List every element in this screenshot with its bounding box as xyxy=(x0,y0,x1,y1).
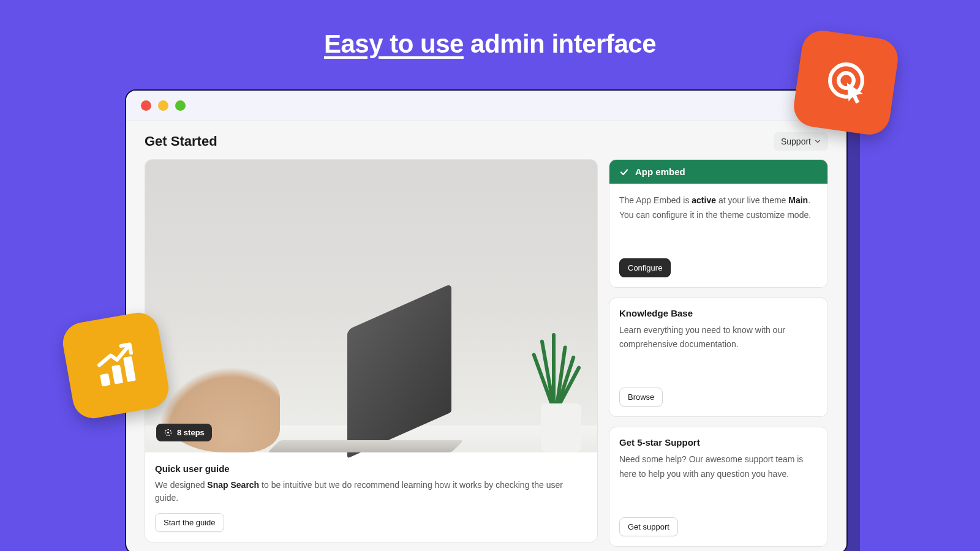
page-title: Get Started xyxy=(145,133,217,149)
check-icon xyxy=(619,167,629,177)
support-dropdown[interactable]: Support xyxy=(774,132,828,151)
browse-button[interactable]: Browse xyxy=(619,388,663,407)
product-name: Snap Search xyxy=(207,480,259,490)
knowledge-base-card: Knowledge Base Learn everything you need… xyxy=(609,298,828,418)
steps-badge: 8 steps xyxy=(156,424,212,441)
content-grid: 8 steps Quick user guide We designed Sna… xyxy=(126,159,846,551)
cursor-badge-icon xyxy=(791,28,900,137)
support-description: Need some help? Our awesome support team… xyxy=(619,452,818,482)
maximize-icon[interactable] xyxy=(175,100,186,111)
analytics-badge-icon xyxy=(59,309,172,421)
guide-hero-image: 8 steps xyxy=(145,160,597,452)
app-embed-card: App embed The App Embed is active at you… xyxy=(609,159,828,288)
main-column: 8 steps Quick user guide We designed Sna… xyxy=(145,159,598,547)
svg-rect-4 xyxy=(100,373,110,387)
guide-title: Quick user guide xyxy=(155,463,587,474)
support-card: Get 5-star Support Need some help? Our a… xyxy=(609,427,828,547)
headline-rest: admin interface xyxy=(464,29,656,58)
guide-description: We designed Snap Search to be intuitive … xyxy=(155,479,587,504)
start-guide-button[interactable]: Start the guide xyxy=(155,513,224,532)
steps-badge-label: 8 steps xyxy=(177,428,205,437)
get-support-button[interactable]: Get support xyxy=(619,517,678,536)
svg-rect-5 xyxy=(111,365,123,384)
target-icon xyxy=(164,428,173,437)
minimize-icon[interactable] xyxy=(158,100,168,111)
app-window: Get Started Support xyxy=(125,89,848,551)
side-column: App embed The App Embed is active at you… xyxy=(609,159,828,547)
headline-emphasis: Easy to use xyxy=(324,29,464,58)
app-embed-description: The App Embed is active at your live the… xyxy=(619,193,818,223)
configure-button[interactable]: Configure xyxy=(619,258,671,277)
svg-rect-6 xyxy=(123,356,136,382)
app-embed-header: App embed xyxy=(609,160,827,184)
support-dropdown-label: Support xyxy=(781,137,811,146)
content-header: Get Started Support xyxy=(126,121,846,159)
chevron-down-icon xyxy=(815,138,821,144)
window-titlebar xyxy=(126,91,846,121)
support-title: Get 5-star Support xyxy=(619,437,818,448)
knowledge-base-description: Learn everything you need to know with o… xyxy=(619,323,818,353)
close-icon[interactable] xyxy=(141,100,151,111)
guide-card: 8 steps Quick user guide We designed Sna… xyxy=(145,159,598,542)
app-embed-title: App embed xyxy=(635,167,685,177)
svg-point-1 xyxy=(167,432,169,433)
knowledge-base-title: Knowledge Base xyxy=(619,308,818,318)
